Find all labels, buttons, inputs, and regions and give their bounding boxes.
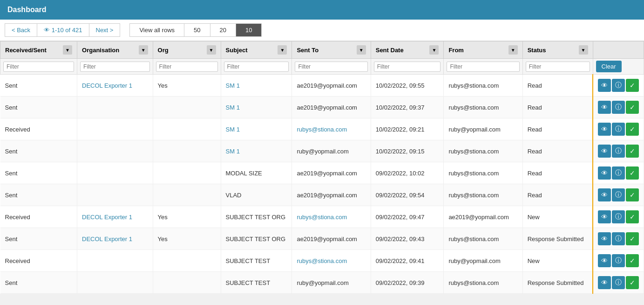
cell-org xyxy=(153,140,221,162)
cell-organisation-link[interactable]: DECOL Exporter 1 xyxy=(82,82,132,89)
filter-organisation-input[interactable] xyxy=(80,62,150,72)
check-button[interactable]: ✓ xyxy=(626,166,639,180)
check-button[interactable]: ✓ xyxy=(626,101,639,114)
cell-subject-link[interactable]: SM 1 xyxy=(226,126,240,133)
col-subject: Subject ▼ xyxy=(221,42,292,59)
cell-subject[interactable]: SM 1 xyxy=(221,118,292,140)
cell-subject[interactable]: SM 1 xyxy=(221,75,292,97)
cell-from: rubys@stiona.com xyxy=(444,184,522,206)
view-button[interactable]: 👁 xyxy=(598,254,611,267)
cell-sent-to[interactable]: rubys@stiona.com xyxy=(292,250,371,272)
cell-organisation[interactable]: DECOL Exporter 1 xyxy=(77,75,153,97)
cell-actions: 👁ⓘ✓ xyxy=(593,228,644,250)
cell-sent-to[interactable]: rubys@stiona.com xyxy=(292,206,371,228)
cell-actions: 👁ⓘ✓ xyxy=(593,75,644,97)
info-button[interactable]: ⓘ xyxy=(612,101,625,114)
cell-organisation[interactable]: DECOL Exporter 1 xyxy=(77,228,153,250)
col-sent-date-dropdown[interactable]: ▼ xyxy=(429,45,439,55)
check-button[interactable]: ✓ xyxy=(626,145,639,158)
filter-from xyxy=(444,59,522,75)
col-subject-dropdown[interactable]: ▼ xyxy=(278,45,287,55)
view-button[interactable]: 👁 xyxy=(598,123,611,136)
check-button[interactable]: ✓ xyxy=(626,232,639,245)
cell-received-sent: Sent xyxy=(0,162,77,184)
count-20-button[interactable]: 20 xyxy=(210,23,236,37)
filter-subject-input[interactable] xyxy=(224,62,289,72)
view-button[interactable]: 👁 xyxy=(598,232,611,245)
info-button[interactable]: ⓘ xyxy=(612,188,625,201)
cell-org xyxy=(153,118,221,140)
check-button[interactable]: ✓ xyxy=(626,79,639,92)
cell-from: ae2019@yopmail.com xyxy=(444,206,522,228)
info-button[interactable]: ⓘ xyxy=(612,123,625,136)
filter-status-input[interactable] xyxy=(526,62,590,72)
cell-subject[interactable]: SM 1 xyxy=(221,140,292,162)
view-all-button[interactable]: View all rows xyxy=(129,23,184,37)
info-button[interactable]: ⓘ xyxy=(612,79,625,92)
cell-sent-to-link[interactable]: rubys@stiona.com xyxy=(297,257,347,264)
clear-button[interactable]: Clear xyxy=(596,61,622,72)
info-button[interactable]: ⓘ xyxy=(612,210,625,223)
filter-sent-date-input[interactable] xyxy=(374,62,441,72)
cell-sent-to: ae2019@yopmail.com xyxy=(292,162,371,184)
check-button[interactable]: ✓ xyxy=(626,210,639,223)
cell-actions: 👁ⓘ✓ xyxy=(593,140,644,162)
filter-org xyxy=(153,59,221,75)
check-button[interactable]: ✓ xyxy=(626,123,639,136)
cell-status: Read xyxy=(522,97,593,118)
col-sent-to-dropdown[interactable]: ▼ xyxy=(357,45,366,55)
cell-org: Yes xyxy=(153,228,221,250)
info-button[interactable]: ⓘ xyxy=(612,145,625,158)
view-button[interactable]: 👁 xyxy=(598,188,611,201)
cell-organisation xyxy=(77,118,153,140)
cell-subject[interactable]: SM 1 xyxy=(221,97,292,118)
cell-sent-date: 09/02/2022, 09:47 xyxy=(371,206,444,228)
view-button[interactable]: 👁 xyxy=(598,210,611,223)
info-button[interactable]: ⓘ xyxy=(612,166,625,180)
filter-sent-to-input[interactable] xyxy=(295,62,367,72)
filter-received-sent-input[interactable] xyxy=(3,62,74,72)
cell-subject-link[interactable]: SM 1 xyxy=(226,82,240,89)
view-button[interactable]: 👁 xyxy=(598,166,611,180)
cell-status: New xyxy=(522,250,593,272)
info-button[interactable]: ⓘ xyxy=(612,232,625,245)
col-org-dropdown[interactable]: ▼ xyxy=(207,45,216,55)
check-button[interactable]: ✓ xyxy=(626,188,639,201)
col-received-sent-dropdown[interactable]: ▼ xyxy=(63,45,72,55)
view-button[interactable]: 👁 xyxy=(598,101,611,114)
filter-organisation xyxy=(77,59,153,75)
info-button[interactable]: ⓘ xyxy=(612,254,625,267)
info-button[interactable]: ⓘ xyxy=(612,276,625,289)
col-from-dropdown[interactable]: ▼ xyxy=(508,45,518,55)
cell-subject-link[interactable]: SM 1 xyxy=(226,148,240,155)
cell-sent-to[interactable]: rubys@stiona.com xyxy=(292,118,371,140)
next-button[interactable]: Next > xyxy=(89,23,121,37)
check-button[interactable]: ✓ xyxy=(626,276,639,289)
count-10-button[interactable]: 10 xyxy=(236,23,262,37)
cell-org xyxy=(153,97,221,118)
cell-subject: MODAL SIZE xyxy=(221,162,292,184)
cell-sent-to-link[interactable]: rubys@stiona.com xyxy=(297,126,347,133)
cell-actions: 👁ⓘ✓ xyxy=(593,184,644,206)
check-button[interactable]: ✓ xyxy=(626,254,639,267)
filter-from-input[interactable] xyxy=(447,62,519,72)
cell-organisation[interactable]: DECOL Exporter 1 xyxy=(77,206,153,228)
cell-sent-to: ae2019@yopmail.com xyxy=(292,75,371,97)
cell-organisation-link[interactable]: DECOL Exporter 1 xyxy=(82,236,132,243)
view-button[interactable]: 👁 xyxy=(598,276,611,289)
back-button[interactable]: < Back xyxy=(5,23,37,37)
cell-received-sent: Sent xyxy=(0,97,77,118)
cell-status: Read xyxy=(522,162,593,184)
cell-sent-date: 09/02/2022, 09:54 xyxy=(371,184,444,206)
view-button[interactable]: 👁 xyxy=(598,79,611,92)
cell-from: ruby@yopmail.com xyxy=(444,118,522,140)
filter-org-input[interactable] xyxy=(156,62,218,72)
count-50-button[interactable]: 50 xyxy=(184,23,210,37)
view-button[interactable]: 👁 xyxy=(598,145,611,158)
cell-sent-to-link[interactable]: rubys@stiona.com xyxy=(297,214,347,221)
cell-organisation-link[interactable]: DECOL Exporter 1 xyxy=(82,214,132,221)
col-status-dropdown[interactable]: ▼ xyxy=(579,45,588,55)
cell-subject-link[interactable]: SM 1 xyxy=(226,104,240,111)
col-organisation-dropdown[interactable]: ▼ xyxy=(139,45,148,55)
filter-subject xyxy=(221,59,292,75)
